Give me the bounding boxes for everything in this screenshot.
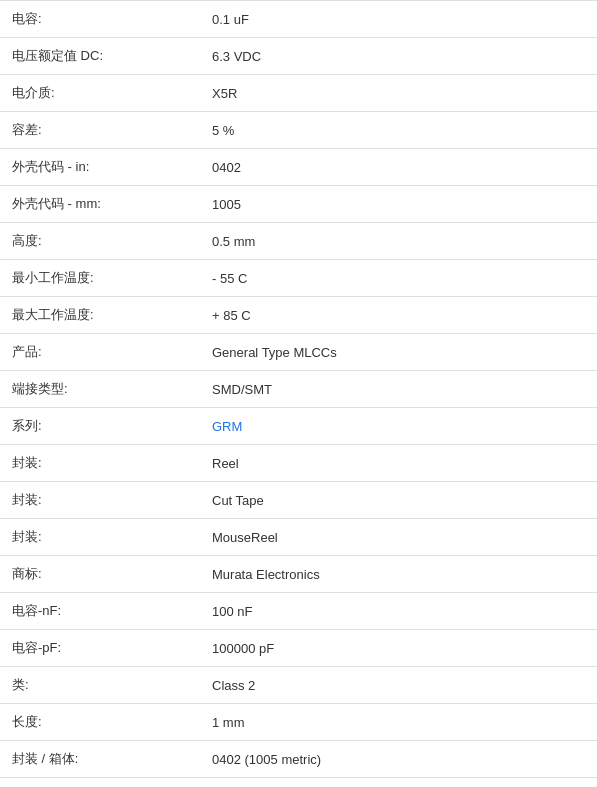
spec-label: 容差: <box>0 112 200 149</box>
table-row: 产品:General Type MLCCs <box>0 334 597 371</box>
spec-label: 端接类型: <box>0 371 200 408</box>
table-row: 电压额定值 DC:6.3 VDC <box>0 38 597 75</box>
spec-label: 电介质: <box>0 75 200 112</box>
spec-value[interactable]: GRM <box>200 408 597 445</box>
spec-label: 封装 / 箱体: <box>0 741 200 778</box>
spec-value: Murata Electronics <box>200 556 597 593</box>
spec-value: - 55 C <box>200 260 597 297</box>
table-row: 封装:MouseReel <box>0 519 597 556</box>
spec-label: 长度: <box>0 704 200 741</box>
table-row: 系列:GRM <box>0 408 597 445</box>
spec-label: 电压额定值 DC: <box>0 38 200 75</box>
table-row: 商标:Murata Electronics <box>0 556 597 593</box>
spec-value: MouseReel <box>200 519 597 556</box>
table-row: 高度:0.5 mm <box>0 223 597 260</box>
table-row: 封装:Cut Tape <box>0 482 597 519</box>
table-row: 电容-pF:100000 pF <box>0 630 597 667</box>
table-row: 端接类型:SMD/SMT <box>0 371 597 408</box>
spec-value: + 85 C <box>200 297 597 334</box>
spec-value: 0402 (1005 metric) <box>200 741 597 778</box>
spec-value: SMD/SMT <box>200 371 597 408</box>
table-row: 外壳代码 - in:0402 <box>0 149 597 186</box>
spec-label: 外壳代码 - mm: <box>0 186 200 223</box>
spec-value: 6.3 VDC <box>200 38 597 75</box>
spec-value: Cut Tape <box>200 482 597 519</box>
spec-table: 电容:0.1 uF电压额定值 DC:6.3 VDC电介质:X5R容差:5 %外壳… <box>0 0 597 787</box>
spec-value: 1 mm <box>200 704 597 741</box>
spec-label: 系列: <box>0 408 200 445</box>
spec-value: Ceramic Capacitors <box>200 778 597 788</box>
table-row: 最小工作温度:- 55 C <box>0 260 597 297</box>
spec-label: 电容-pF: <box>0 630 200 667</box>
spec-label: 电容-nF: <box>0 593 200 630</box>
spec-label: 外壳代码 - in: <box>0 149 200 186</box>
spec-label: 封装: <box>0 445 200 482</box>
table-row: 电介质:X5R <box>0 75 597 112</box>
table-row: 封装 / 箱体:0402 (1005 metric) <box>0 741 597 778</box>
spec-value: 1005 <box>200 186 597 223</box>
spec-label: 封装: <box>0 519 200 556</box>
spec-value: X5R <box>200 75 597 112</box>
spec-value-link[interactable]: GRM <box>212 419 242 434</box>
spec-value: 5 % <box>200 112 597 149</box>
spec-label: 封装: <box>0 482 200 519</box>
spec-value: Reel <box>200 445 597 482</box>
spec-label: 商标: <box>0 556 200 593</box>
spec-value: 0.1 uF <box>200 1 597 38</box>
spec-label: 产品: <box>0 334 200 371</box>
table-row: 容差:5 % <box>0 112 597 149</box>
table-row: 产品类型:Ceramic Capacitors <box>0 778 597 788</box>
spec-value: 0.5 mm <box>200 223 597 260</box>
spec-label: 电容: <box>0 1 200 38</box>
table-row: 电容-nF:100 nF <box>0 593 597 630</box>
spec-label: 高度: <box>0 223 200 260</box>
spec-label: 最大工作温度: <box>0 297 200 334</box>
table-row: 长度:1 mm <box>0 704 597 741</box>
spec-value: 100000 pF <box>200 630 597 667</box>
spec-value: General Type MLCCs <box>200 334 597 371</box>
spec-label: 产品类型: <box>0 778 200 788</box>
table-row: 电容:0.1 uF <box>0 1 597 38</box>
spec-value: 0402 <box>200 149 597 186</box>
spec-value: Class 2 <box>200 667 597 704</box>
table-row: 外壳代码 - mm:1005 <box>0 186 597 223</box>
table-row: 封装:Reel <box>0 445 597 482</box>
table-row: 类:Class 2 <box>0 667 597 704</box>
spec-value: 100 nF <box>200 593 597 630</box>
spec-label: 类: <box>0 667 200 704</box>
spec-label: 最小工作温度: <box>0 260 200 297</box>
table-row: 最大工作温度:+ 85 C <box>0 297 597 334</box>
